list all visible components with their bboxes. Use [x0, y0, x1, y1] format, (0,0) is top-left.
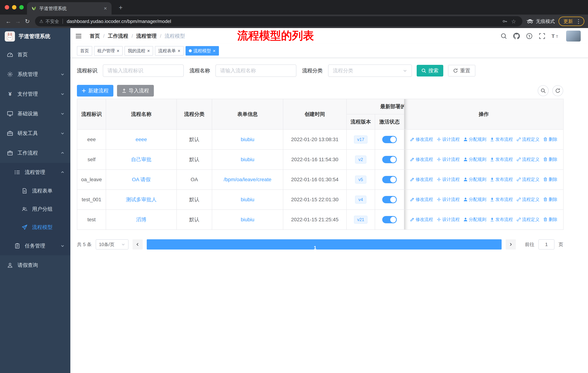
- sidebar-item-system[interactable]: 系统管理: [0, 64, 70, 84]
- assign-rule-link[interactable]: 分配规则: [463, 197, 486, 202]
- sidebar-item-infrastructure[interactable]: 基础设施: [0, 104, 70, 123]
- design-process-link[interactable]: 设计流程: [437, 156, 460, 162]
- publish-process-link[interactable]: 发布流程: [490, 156, 513, 162]
- publish-process-link[interactable]: 发布流程: [490, 176, 513, 182]
- process-name-link[interactable]: 自己审批: [131, 157, 151, 162]
- toggle-search-button[interactable]: [538, 85, 549, 96]
- browser-menu-icon[interactable]: [576, 18, 581, 25]
- category-select[interactable]: 流程分类: [328, 64, 412, 77]
- assign-rule-link[interactable]: 分配规则: [463, 176, 486, 182]
- sidebar-item-devtools[interactable]: 研发工具: [0, 123, 70, 143]
- tag-process-model[interactable]: 流程模型: [186, 46, 219, 56]
- modify-process-link[interactable]: 修改流程: [410, 176, 433, 182]
- modify-process-link[interactable]: 修改流程: [410, 217, 433, 222]
- design-process-link[interactable]: 设计流程: [437, 217, 460, 222]
- activation-toggle[interactable]: [382, 176, 397, 183]
- tag-process-form[interactable]: 流程表单: [155, 46, 184, 56]
- security-warning-icon[interactable]: [39, 19, 43, 24]
- design-process-link[interactable]: 设计流程: [437, 197, 460, 202]
- close-icon[interactable]: [117, 48, 119, 54]
- github-icon[interactable]: [513, 33, 520, 39]
- delete-link[interactable]: 删除: [543, 136, 557, 142]
- sidebar-item-process-management[interactable]: 流程管理: [0, 163, 70, 182]
- process-name-link[interactable]: eeee: [136, 137, 147, 142]
- tag-home[interactable]: 首页: [77, 46, 92, 56]
- goto-page-input[interactable]: [538, 239, 555, 250]
- avatar[interactable]: [566, 30, 581, 41]
- delete-link[interactable]: 删除: [543, 176, 557, 182]
- assign-rule-link[interactable]: 分配规则: [463, 136, 486, 142]
- form-info-link[interactable]: biubiu: [241, 137, 254, 142]
- next-page-button[interactable]: [506, 239, 516, 250]
- process-name-link[interactable]: OA 请假: [132, 177, 151, 182]
- activation-toggle[interactable]: [382, 136, 397, 143]
- search-icon[interactable]: [501, 33, 507, 39]
- address-bar[interactable]: 不安全 dashboard.yudao.iocoder.cn/bpm/manag…: [35, 16, 522, 26]
- sidebar-item-home[interactable]: 首页: [0, 45, 70, 64]
- assign-rule-link[interactable]: 分配规则: [463, 217, 486, 222]
- close-icon[interactable]: [213, 48, 216, 54]
- modify-process-link[interactable]: 修改流程: [410, 197, 433, 202]
- modify-process-link[interactable]: 修改流程: [410, 156, 433, 162]
- sidebar-item-user-group[interactable]: 用户分组: [0, 200, 70, 218]
- publish-process-link[interactable]: 发布流程: [490, 217, 513, 222]
- form-info-link[interactable]: biubiu: [241, 217, 254, 222]
- sidebar-item-payment[interactable]: 支付管理: [0, 84, 70, 104]
- form-info-link[interactable]: biubiu: [241, 157, 254, 162]
- form-info-link[interactable]: biubiu: [241, 197, 254, 202]
- delete-link[interactable]: 删除: [543, 156, 557, 162]
- page-size-select[interactable]: 10条/页: [96, 239, 128, 250]
- url-text[interactable]: dashboard.yudao.iocoder.cn/bpm/manager/m…: [67, 19, 501, 24]
- sidebar-item-leave-query[interactable]: 请假查询: [0, 255, 70, 275]
- activation-toggle[interactable]: [382, 216, 397, 223]
- publish-process-link[interactable]: 发布流程: [490, 197, 513, 202]
- create-process-button[interactable]: 新建流程: [77, 85, 113, 97]
- tag-my-process[interactable]: 我的流程: [125, 46, 153, 56]
- forward-button[interactable]: [13, 17, 23, 26]
- font-size-icon[interactable]: TT: [552, 33, 559, 39]
- import-process-button[interactable]: 导入流程: [117, 85, 154, 97]
- design-process-link[interactable]: 设计流程: [437, 136, 460, 142]
- zoom-window-button[interactable]: [19, 5, 24, 10]
- sidebar-item-task-management[interactable]: 任务管理: [0, 236, 70, 255]
- search-button[interactable]: 搜索: [417, 65, 443, 77]
- delete-link[interactable]: 删除: [543, 217, 557, 222]
- breadcrumb-workflow[interactable]: 工作流程: [108, 33, 136, 40]
- sidebar-item-workflow[interactable]: 工作流程: [0, 143, 70, 163]
- publish-process-link[interactable]: 发布流程: [490, 136, 513, 142]
- close-icon[interactable]: [178, 48, 180, 54]
- sidebar-item-process-form[interactable]: 流程表单: [0, 182, 70, 200]
- page-number-1[interactable]: 1: [147, 239, 502, 250]
- process-definition-link[interactable]: 流程定义: [516, 217, 539, 222]
- assign-rule-link[interactable]: 分配规则: [463, 156, 486, 162]
- close-icon[interactable]: [147, 48, 150, 54]
- breadcrumb-home[interactable]: 首页: [90, 33, 108, 40]
- fullscreen-icon[interactable]: [539, 33, 545, 39]
- browser-tab[interactable]: 芋道管理系统: [27, 2, 112, 15]
- browser-update-button[interactable]: 更新: [558, 17, 584, 26]
- bookmark-star-icon[interactable]: [509, 18, 518, 25]
- modify-process-link[interactable]: 修改流程: [410, 136, 433, 142]
- activation-toggle[interactable]: [382, 156, 397, 163]
- tag-tenant-management[interactable]: 租户管理: [94, 46, 123, 56]
- sidebar-toggle-icon[interactable]: [75, 33, 82, 40]
- reload-button[interactable]: [23, 17, 32, 26]
- process-name-link[interactable]: 滔博: [136, 217, 146, 222]
- back-button[interactable]: [4, 17, 13, 26]
- new-tab-button[interactable]: [117, 4, 125, 12]
- process-definition-link[interactable]: 流程定义: [516, 156, 539, 162]
- reset-button[interactable]: 重置: [448, 65, 475, 77]
- delete-link[interactable]: 删除: [543, 197, 557, 202]
- process-definition-link[interactable]: 流程定义: [516, 136, 539, 142]
- form-info-link[interactable]: /bpm/oa/leave/create: [224, 177, 271, 182]
- design-process-link[interactable]: 设计流程: [437, 176, 460, 182]
- process-key-input[interactable]: [103, 64, 184, 77]
- app-logo[interactable]: 芋道管理系统: [0, 28, 70, 45]
- prev-page-button[interactable]: [133, 239, 143, 250]
- tab-close-icon[interactable]: [102, 5, 109, 12]
- refresh-table-button[interactable]: [552, 85, 563, 96]
- sidebar-item-process-model[interactable]: 流程模型: [0, 218, 70, 236]
- process-name-link[interactable]: 测试多审批人: [126, 197, 157, 202]
- process-definition-link[interactable]: 流程定义: [516, 176, 539, 182]
- help-icon[interactable]: [526, 33, 533, 39]
